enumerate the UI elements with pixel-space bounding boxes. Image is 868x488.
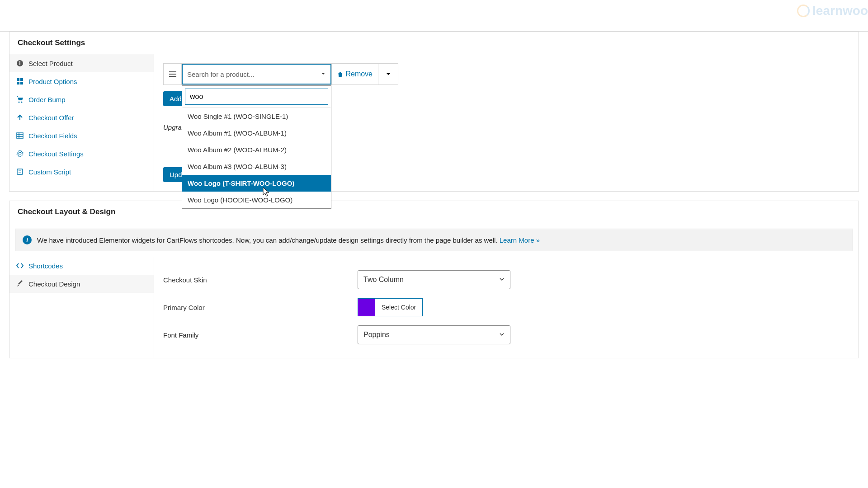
primary-color-label: Primary Color — [163, 304, 358, 311]
result-item[interactable]: Woo Album #1 (WOO-ALBUM-1) — [182, 125, 331, 141]
product-selector-row: Search for a product... Woo Single #1 (W… — [163, 63, 398, 85]
tab-checkout-settings[interactable]: Checkout Settings — [9, 145, 154, 163]
gear-icon — [16, 150, 24, 158]
checkout-settings-content: Search for a product... Woo Single #1 (W… — [154, 54, 859, 191]
color-picker[interactable]: Select Color — [358, 298, 423, 316]
tab-select-product[interactable]: Select Product — [9, 54, 154, 72]
tab-checkout-fields[interactable]: Checkout Fields — [9, 127, 154, 145]
chevron-down-icon — [321, 70, 326, 78]
svg-rect-17 — [169, 74, 176, 75]
product-select[interactable]: Search for a product... Woo Single #1 (W… — [182, 64, 331, 84]
result-item-highlighted[interactable]: Woo Logo (T-SHIRT-WOO-LOGO) — [182, 175, 331, 192]
svg-rect-16 — [169, 71, 176, 72]
font-family-label: Font Family — [163, 331, 358, 339]
tab-checkout-offer[interactable]: Checkout Offer — [9, 108, 154, 127]
info-icon: i — [23, 235, 32, 244]
product-results[interactable]: Woo Single #1 (WOO-SINGLE-1) Woo Album #… — [182, 108, 331, 208]
top-spacer — [0, 0, 868, 32]
layout-content: Checkout Skin Two Column Primary Color S… — [154, 257, 859, 358]
tab-shortcodes[interactable]: Shortcodes — [9, 257, 154, 275]
font-family-select[interactable]: Poppins — [358, 325, 510, 344]
font-family-row: Font Family Poppins — [163, 321, 849, 349]
chevron-down-icon — [499, 276, 505, 284]
watermark-logo: learnwoo — [797, 4, 868, 18]
remove-label: Remove — [345, 70, 373, 78]
svg-rect-5 — [17, 82, 19, 84]
tab-label: Checkout Settings — [28, 150, 84, 158]
checkout-skin-label: Checkout Skin — [163, 276, 358, 284]
select-color-label: Select Color — [375, 299, 422, 316]
tab-label: Custom Script — [28, 168, 71, 176]
checkout-skin-row: Checkout Skin Two Column — [163, 266, 849, 294]
tab-label: Product Options — [28, 78, 77, 85]
svg-rect-13 — [17, 169, 23, 174]
tab-label: Checkout Offer — [28, 114, 74, 122]
watermark-text: learnwoo — [812, 4, 868, 18]
result-item[interactable]: Woo Single #1 (WOO-SINGLE-1) — [182, 108, 331, 125]
svg-rect-2 — [19, 61, 20, 62]
result-item[interactable]: Woo Album #3 (WOO-ALBUM-3) — [182, 158, 331, 175]
product-search-input[interactable] — [185, 89, 328, 105]
tab-label: Checkout Fields — [28, 132, 77, 140]
svg-rect-1 — [19, 62, 20, 65]
svg-rect-6 — [20, 82, 23, 84]
tab-custom-script[interactable]: Custom Script — [9, 163, 154, 181]
select-placeholder: Search for a product... — [187, 70, 254, 78]
layout-design-panel: Checkout Layout & Design i We have intro… — [9, 201, 859, 358]
script-icon — [16, 168, 24, 176]
svg-rect-18 — [169, 76, 176, 77]
brush-icon — [16, 280, 24, 288]
checkout-settings-title: Checkout Settings — [9, 32, 859, 54]
search-wrap — [182, 86, 331, 108]
product-dropdown: Woo Single #1 (WOO-SINGLE-1) Woo Album #… — [182, 85, 331, 209]
table-icon — [16, 131, 24, 140]
tab-label: Order Bump — [28, 96, 66, 103]
color-swatch — [358, 299, 375, 316]
remove-button[interactable]: Remove — [331, 64, 378, 84]
watermark-icon — [797, 5, 810, 17]
info-message: We have introduced Elementor widgets for… — [37, 236, 500, 244]
layout-body: Shortcodes Checkout Design Checkout Skin… — [9, 257, 859, 358]
drag-handle-icon[interactable] — [164, 64, 182, 84]
select-value: Two Column — [363, 276, 404, 284]
arrow-up-icon — [16, 113, 24, 122]
tab-label: Shortcodes — [28, 262, 63, 270]
chevron-down-icon — [386, 71, 391, 77]
info-text: We have introduced Elementor widgets for… — [37, 236, 540, 244]
layout-design-title: Checkout Layout & Design — [9, 201, 859, 223]
checkout-settings-body: Select Product Product Options Order Bum… — [9, 54, 859, 191]
info-banner: i We have introduced Elementor widgets f… — [15, 229, 853, 251]
tab-checkout-design[interactable]: Checkout Design — [9, 275, 154, 293]
svg-rect-9 — [17, 133, 23, 138]
tab-label: Checkout Design — [28, 280, 80, 288]
cart-icon — [16, 95, 24, 103]
tab-label: Select Product — [28, 60, 73, 67]
trash-icon — [337, 71, 343, 77]
result-item[interactable]: Woo Logo (HOODIE-WOO-LOGO) — [182, 192, 331, 208]
result-item[interactable]: Woo Album #2 (WOO-ALBUM-2) — [182, 141, 331, 158]
svg-point-8 — [21, 102, 23, 103]
code-icon — [16, 262, 24, 270]
checkout-settings-panel: Checkout Settings Select Product Product… — [9, 32, 859, 192]
checkout-settings-sidebar: Select Product Product Options Order Bum… — [9, 54, 154, 191]
svg-rect-3 — [17, 78, 19, 81]
layout-sidebar: Shortcodes Checkout Design — [9, 257, 154, 358]
primary-color-row: Primary Color Select Color — [163, 294, 849, 321]
tab-order-bump[interactable]: Order Bump — [9, 90, 154, 108]
svg-rect-4 — [20, 78, 23, 81]
chevron-down-icon — [499, 331, 505, 339]
tab-product-options[interactable]: Product Options — [9, 72, 154, 90]
info-icon — [16, 59, 24, 67]
expand-chevron[interactable] — [378, 64, 398, 84]
select-value: Poppins — [363, 331, 390, 339]
learn-more-link[interactable]: Learn More » — [500, 236, 540, 244]
grid-icon — [16, 77, 24, 85]
checkout-skin-select[interactable]: Two Column — [358, 270, 510, 289]
svg-point-7 — [19, 102, 20, 103]
